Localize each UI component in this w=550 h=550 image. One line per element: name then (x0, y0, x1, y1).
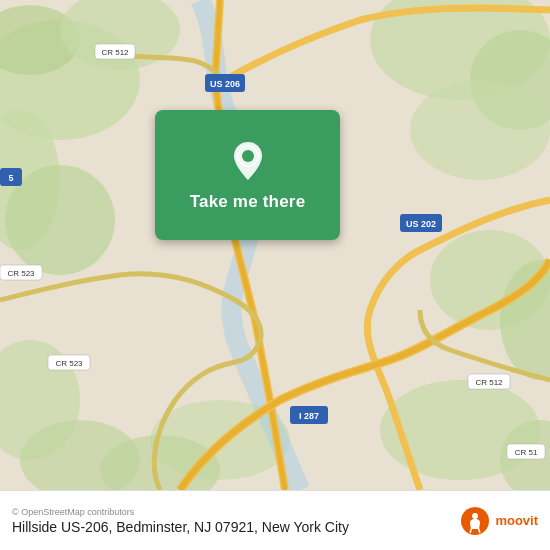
location-pin-icon (226, 138, 270, 182)
svg-text:CR 512: CR 512 (101, 48, 129, 57)
svg-text:CR 523: CR 523 (55, 359, 83, 368)
svg-text:5: 5 (8, 173, 13, 183)
moovit-logo: moovit (461, 507, 538, 535)
svg-point-35 (242, 150, 254, 162)
info-bar: © OpenStreetMap contributors Hillside US… (0, 490, 550, 550)
svg-text:CR 512: CR 512 (475, 378, 503, 387)
map-container: CR 512 US 206 5 US 202 CR 523 CR 523 CR … (0, 0, 550, 490)
info-left: © OpenStreetMap contributors Hillside US… (12, 507, 349, 535)
osm-credit-text: © OpenStreetMap contributors (12, 507, 134, 517)
svg-point-8 (410, 80, 550, 180)
svg-text:US 206: US 206 (210, 79, 240, 89)
svg-text:US 202: US 202 (406, 219, 436, 229)
address-text: Hillside US-206, Bedminster, NJ 07921, N… (12, 519, 349, 535)
svg-text:CR 51: CR 51 (515, 448, 538, 457)
svg-text:I 287: I 287 (299, 411, 319, 421)
take-me-there-button[interactable]: Take me there (155, 110, 340, 240)
moovit-icon (461, 507, 489, 535)
moovit-text: moovit (495, 513, 538, 528)
osm-credit: © OpenStreetMap contributors (12, 507, 349, 517)
svg-text:CR 523: CR 523 (7, 269, 35, 278)
take-me-there-label: Take me there (190, 192, 306, 212)
map-svg: CR 512 US 206 5 US 202 CR 523 CR 523 CR … (0, 0, 550, 490)
svg-point-38 (472, 513, 478, 519)
